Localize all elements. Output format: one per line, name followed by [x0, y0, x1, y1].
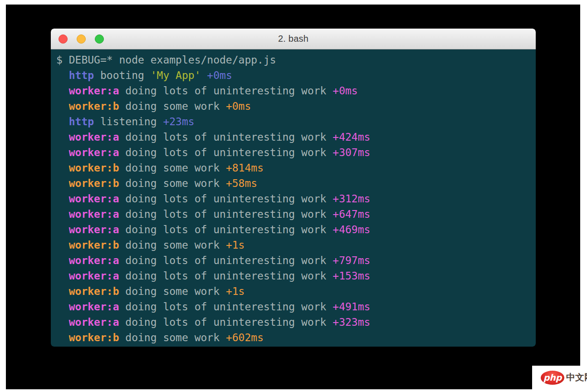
log-segment: doing lots of uninteresting work: [119, 316, 333, 328]
log-segment: [56, 255, 69, 266]
log-segment: +1s: [226, 285, 245, 297]
log-namespace: worker:a: [69, 85, 119, 97]
log-namespace: worker:a: [69, 193, 119, 205]
window-titlebar[interactable]: 2. bash: [51, 29, 536, 49]
log-segment: [56, 208, 69, 220]
log-segment: doing lots of uninteresting work: [119, 147, 333, 158]
terminal-line: worker:b doing some work +1s: [56, 284, 532, 299]
log-namespace: worker:b: [69, 162, 119, 174]
window-title: 2. bash: [278, 34, 308, 44]
log-segment: +0ms: [226, 100, 251, 112]
terminal-line: worker:b doing some work +814ms: [56, 160, 532, 176]
log-segment: doing lots of uninteresting work: [119, 224, 333, 235]
close-button-icon[interactable]: [59, 34, 68, 44]
terminal-line: $ DEBUG=* node examples/node/app.js: [56, 52, 532, 68]
log-segment: +0ms: [207, 69, 232, 81]
log-namespace: worker:a: [69, 208, 119, 220]
log-segment: [56, 69, 69, 81]
log-segment: +797ms: [333, 255, 370, 266]
zoom-button-icon[interactable]: [95, 34, 104, 44]
watermark-site-name: 中文网: [566, 372, 587, 383]
log-namespace: worker:a: [69, 316, 119, 328]
log-namespace: worker:a: [69, 224, 119, 235]
terminal-line: worker:a doing lots of uninteresting wor…: [56, 191, 532, 206]
log-namespace: worker:a: [69, 131, 119, 143]
log-namespace: http: [69, 116, 94, 127]
log-segment: [56, 85, 69, 97]
traffic-lights: [59, 29, 104, 49]
log-segment: [56, 239, 69, 251]
log-segment: doing lots of uninteresting work: [119, 301, 333, 313]
log-segment: [56, 177, 69, 189]
log-segment: [201, 69, 207, 81]
log-segment: +153ms: [333, 270, 370, 282]
log-namespace: worker:b: [69, 100, 119, 112]
log-namespace: worker:a: [69, 147, 119, 158]
terminal-line: worker:a doing lots of uninteresting wor…: [56, 129, 532, 145]
terminal-line: worker:b doing some work +0ms: [56, 98, 532, 114]
terminal-window: 2. bash $ DEBUG=* node examples/node/app…: [51, 29, 536, 347]
log-namespace: worker:b: [69, 239, 119, 251]
log-segment: +0ms: [333, 85, 357, 97]
terminal-line: worker:b doing some work +1s: [56, 237, 532, 253]
terminal-screen[interactable]: $ DEBUG=* node examples/node/app.js http…: [51, 49, 536, 347]
log-segment: doing some work: [119, 100, 225, 112]
terminal-line: worker:b doing some work +602ms: [56, 330, 532, 345]
black-backdrop: 2. bash $ DEBUG=* node examples/node/app…: [6, 5, 580, 389]
log-segment: +814ms: [226, 162, 264, 174]
log-segment: +647ms: [333, 208, 370, 220]
terminal-line: worker:a doing lots of uninteresting wor…: [56, 206, 532, 222]
log-segment: doing lots of uninteresting work: [119, 131, 333, 143]
log-segment: [56, 332, 69, 343]
log-segment: [56, 116, 69, 127]
log-segment: booting: [94, 69, 151, 81]
log-namespace: http: [69, 69, 94, 81]
log-namespace: worker:b: [69, 332, 119, 343]
terminal-line: http listening +23ms: [56, 114, 532, 129]
log-segment: doing some work: [119, 239, 225, 251]
terminal-line: worker:b doing some work +58ms: [56, 176, 532, 191]
log-segment: [56, 193, 69, 205]
log-segment: doing some work: [119, 162, 225, 174]
log-segment: +23ms: [163, 116, 194, 127]
log-segment: doing lots of uninteresting work: [119, 208, 333, 220]
log-namespace: worker:a: [69, 270, 119, 282]
log-segment: +312ms: [333, 193, 370, 205]
minimize-button-icon[interactable]: [77, 34, 86, 44]
log-namespace: worker:b: [69, 285, 119, 297]
log-segment: doing lots of uninteresting work: [119, 255, 333, 266]
log-segment: [56, 301, 69, 313]
log-segment: +469ms: [333, 224, 370, 235]
log-namespace: worker:a: [69, 255, 119, 266]
php-logo-icon: php: [541, 371, 564, 385]
log-segment: doing some work: [119, 285, 225, 297]
log-segment: +323ms: [333, 316, 370, 328]
terminal-line: worker:a doing lots of uninteresting wor…: [56, 253, 532, 268]
log-segment: [56, 162, 69, 174]
log-segment: [56, 100, 69, 112]
log-segment: [56, 131, 69, 143]
log-segment: $ DEBUG=* node examples/node/app.js: [56, 54, 276, 66]
terminal-line: worker:a doing lots of uninteresting wor…: [56, 299, 532, 314]
log-segment: +602ms: [226, 332, 264, 343]
log-segment: doing lots of uninteresting work: [119, 270, 333, 282]
log-segment: doing lots of uninteresting work: [119, 85, 333, 97]
log-segment: +307ms: [333, 147, 370, 158]
log-namespace: worker:a: [69, 301, 119, 313]
watermark: php 中文网: [532, 366, 587, 389]
log-segment: doing some work: [119, 332, 225, 343]
log-segment: listening: [94, 116, 163, 127]
log-segment: +58ms: [226, 177, 257, 189]
log-segment: +1s: [226, 239, 245, 251]
log-segment: [56, 270, 69, 282]
log-segment: +424ms: [333, 131, 370, 143]
log-segment: doing some work: [119, 177, 225, 189]
terminal-line: http booting 'My App' +0ms: [56, 68, 532, 83]
terminal-line: worker:a doing lots of uninteresting wor…: [56, 268, 532, 284]
log-segment: doing lots of uninteresting work: [119, 193, 333, 205]
log-segment: [56, 224, 69, 235]
terminal-line: worker:a doing lots of uninteresting wor…: [56, 314, 532, 330]
log-segment: [56, 147, 69, 158]
log-segment: [56, 316, 69, 328]
log-namespace: worker:b: [69, 177, 119, 189]
